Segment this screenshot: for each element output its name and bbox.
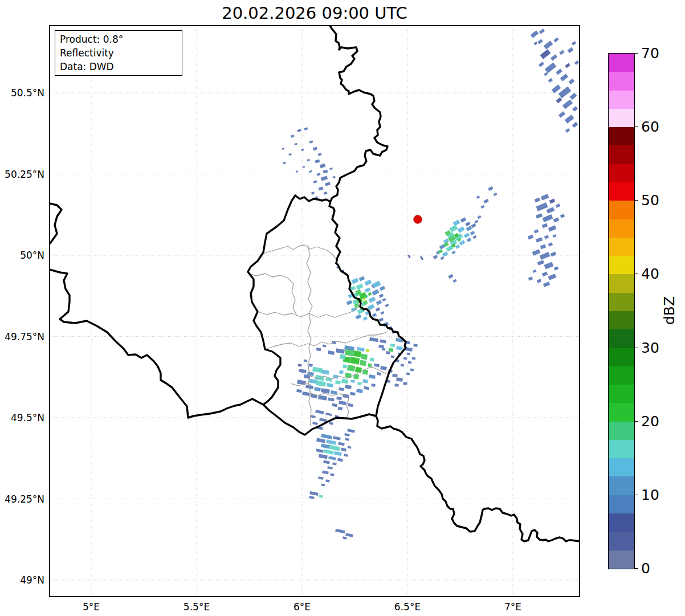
radar-echo-cell <box>319 454 328 459</box>
colorbar-tick-label: 20 <box>641 413 659 429</box>
radar-echo-cell <box>323 169 328 173</box>
radar-echo-cell <box>543 214 553 222</box>
country-borders <box>50 25 580 541</box>
colorbar-band <box>609 366 634 385</box>
echoes-small-streak-far-south <box>335 529 353 540</box>
radar-echoes <box>282 28 580 539</box>
radar-echo-cell <box>547 207 555 213</box>
radar-echo-cell <box>316 381 326 387</box>
colorbar-band <box>609 348 634 366</box>
echoes-south-streaks <box>310 410 355 487</box>
radar-echo-cell <box>528 276 533 280</box>
radar-echo-cell <box>407 353 411 356</box>
lon-tick-label: 7°E <box>504 601 521 613</box>
radar-echo-cell <box>465 222 470 226</box>
radar-echo-cell <box>344 433 350 436</box>
radar-echo-cell <box>318 153 322 156</box>
radar-echo-cell <box>572 106 578 112</box>
colorbar-band <box>609 495 634 513</box>
radar-echo-cell <box>401 364 405 367</box>
colorbar-band <box>609 127 634 145</box>
radar-echo-cell <box>339 370 344 374</box>
radar-echo-cell <box>343 536 347 539</box>
radar-echo-cell <box>311 191 315 194</box>
radar-echo-cell <box>297 380 306 385</box>
radar-echo-cell <box>410 369 414 372</box>
colorbar <box>608 53 635 569</box>
echoes-central-east-cell <box>433 215 482 260</box>
radar-echo-cell <box>390 344 395 347</box>
colorbar-band <box>609 440 634 458</box>
radar-echo-cell <box>323 345 327 348</box>
radar-echo-cell <box>368 292 372 296</box>
colorbar-band <box>609 550 634 569</box>
radar-echo-cell <box>369 337 378 342</box>
radar-echo-cell <box>459 240 466 246</box>
radar-echo-cell <box>572 122 578 128</box>
radar-echo-cell <box>370 357 374 361</box>
colorbar-tick-mark <box>634 348 638 348</box>
radar-echo-cell <box>332 462 337 465</box>
radar-echo-cell <box>559 50 564 55</box>
radar-echo-cell <box>560 74 569 81</box>
radar-echo-cell <box>452 279 456 283</box>
radar-echo-cell <box>433 255 438 259</box>
radar-echo-cell <box>309 140 313 144</box>
radar-echo-cell <box>412 357 416 360</box>
radar-echo-cell <box>379 293 384 297</box>
colorbar-tick-mark <box>634 495 638 495</box>
lat-tick-label: 49.25°N <box>5 493 44 505</box>
radar-echo-cell <box>348 403 353 407</box>
radar-echo-cell <box>569 79 575 84</box>
radar-echo-cell <box>291 134 295 138</box>
radar-echo-cell <box>471 223 476 228</box>
radar-echo-cell <box>540 244 547 250</box>
radar-echo-cell <box>345 385 352 389</box>
radar-echo-cell <box>343 364 347 368</box>
colorbar-band <box>609 201 634 219</box>
radar-echo-cell <box>385 304 389 307</box>
radar-echo-cell <box>321 434 332 439</box>
colorbar-band <box>609 385 634 403</box>
radar-echo-cell <box>537 260 544 266</box>
belgium-germany-border <box>329 25 388 263</box>
radar-echo-cell <box>345 533 353 537</box>
radar-echo-cell <box>560 214 565 218</box>
radar-echo-cell <box>344 454 348 456</box>
radar-echo-cell <box>382 298 386 301</box>
radar-echo-cell <box>325 182 331 186</box>
canton-border-line <box>263 245 336 259</box>
colorbar-tick-label: 30 <box>641 339 659 356</box>
radar-echo-cell <box>328 350 335 355</box>
radar-echo-cell <box>288 153 292 156</box>
radar-echo-cell <box>376 307 380 311</box>
radar-echo-cell <box>314 387 321 391</box>
radar-echo-cell <box>372 289 380 296</box>
radar-echo-cell <box>565 115 574 124</box>
radar-echo-cell <box>372 313 377 317</box>
radar-echo-cell <box>345 438 349 440</box>
radar-echo-cell <box>380 311 384 315</box>
radar-echo-cell <box>552 234 556 238</box>
radar-echo-cell <box>380 366 387 370</box>
echoes-small-streak-south <box>309 491 323 499</box>
radar-echo-cell <box>356 389 363 393</box>
radar-echo-cell <box>335 380 341 384</box>
radar-echo-cell <box>457 226 464 233</box>
radar-echo-cell <box>294 143 297 145</box>
radar-echo-cell <box>408 361 412 364</box>
radar-echo-cell <box>406 373 410 376</box>
lon-tick-label: 5.5°E <box>184 601 210 613</box>
radar-echo-cell <box>420 256 423 260</box>
radar-echo-cell <box>303 166 305 168</box>
radar-echo-cell <box>361 354 368 360</box>
radar-echo-cell <box>283 162 286 164</box>
lat-tick-label: 49.75°N <box>5 331 44 342</box>
radar-echo-cell <box>531 30 539 38</box>
radar-echo-cell <box>556 97 562 103</box>
radar-echo-cell <box>313 180 317 183</box>
radar-echo-cell <box>318 186 323 190</box>
radar-echo-cell <box>348 446 352 448</box>
lon-tick-label: 6°E <box>293 601 311 613</box>
radar-echo-cell <box>553 218 560 223</box>
